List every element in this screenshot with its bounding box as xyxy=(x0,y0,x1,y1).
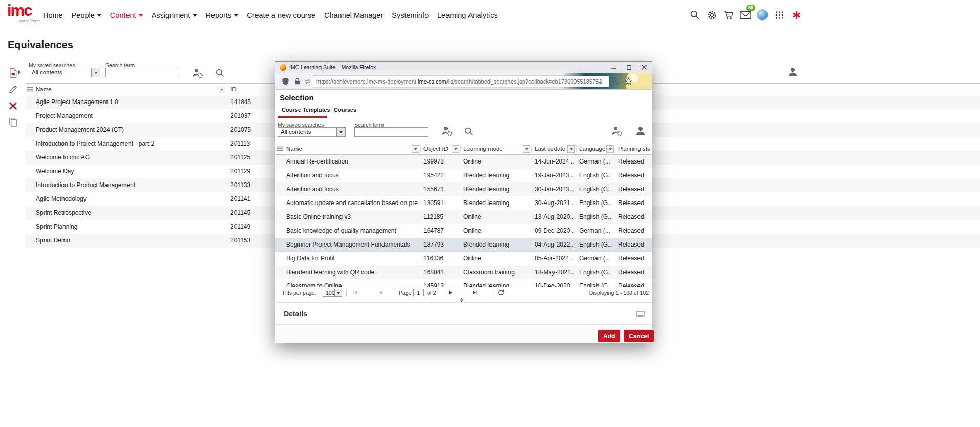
column-header-object-id[interactable]: Object ID xyxy=(423,146,448,152)
hits-per-page-select[interactable]: 100 xyxy=(323,289,342,297)
expand-rail-icon[interactable] xyxy=(18,70,23,74)
run-search-icon[interactable] xyxy=(464,127,474,136)
first-page-icon[interactable] xyxy=(352,290,358,295)
nav-item-assignment[interactable]: Assignment xyxy=(152,11,197,19)
column-header-planning-status[interactable]: Planning status xyxy=(618,146,650,152)
settings-gear-icon[interactable] xyxy=(706,9,717,21)
bookmark-star-icon[interactable] xyxy=(625,77,632,85)
nav-item-learning-analytics[interactable]: Learning Analytics xyxy=(437,11,498,19)
table-row-partial[interactable]: Classroom to Online145913Blended learnin… xyxy=(275,279,652,287)
table-row[interactable]: Blendend learning with QR code168841Clas… xyxy=(275,266,652,279)
cart-icon[interactable] xyxy=(723,9,734,21)
permissions-icon[interactable] xyxy=(304,78,311,85)
column-header-learning-mode[interactable]: Learning mode xyxy=(463,146,503,152)
user-icon[interactable] xyxy=(635,125,646,136)
panel-splitter-icon[interactable] xyxy=(459,298,464,302)
nav-item-create-course[interactable]: Create a new course xyxy=(247,11,315,19)
firefox-icon xyxy=(280,64,286,71)
column-header-language[interactable]: Language xyxy=(579,146,605,152)
tab-course-templates[interactable]: Course Templates xyxy=(282,107,330,113)
hits-per-page-label: Hits per page: xyxy=(283,287,316,298)
column-header-id[interactable]: ID xyxy=(230,86,237,92)
shield-icon[interactable] xyxy=(282,77,289,86)
chevron-down-icon[interactable] xyxy=(91,68,100,77)
details-heading: Details xyxy=(284,310,307,318)
search-profile-icon[interactable] xyxy=(191,67,203,79)
saved-searches-select[interactable]: All contents xyxy=(278,127,346,137)
nav-item-systeminfo[interactable]: Systeminfo xyxy=(392,11,429,19)
imc-logo[interactable]: imc part of Scheer xyxy=(7,3,40,23)
table-row[interactable]: Big Data for Profit116336Online05-Apr-20… xyxy=(275,252,652,266)
row-handle-icon[interactable] xyxy=(277,146,283,151)
user-icon[interactable] xyxy=(787,66,798,77)
close-icon[interactable] xyxy=(636,62,652,73)
prev-page-icon[interactable] xyxy=(378,290,384,295)
maximize-icon[interactable] xyxy=(621,62,636,73)
table-row[interactable]: Attention and focus155671Blended learnin… xyxy=(275,182,652,196)
search-profile-icon[interactable] xyxy=(441,125,453,137)
pagination-bar: Hits per page: 100 Page of 2 Displaying … xyxy=(275,287,652,298)
add-button[interactable]: Add xyxy=(598,330,620,342)
column-filter-icon[interactable] xyxy=(606,145,614,153)
svg-text:A: A xyxy=(616,80,620,85)
window-title: IMC Learning Suite – Mozilla Firefox xyxy=(289,64,376,70)
refresh-icon[interactable] xyxy=(498,289,504,296)
run-search-icon[interactable] xyxy=(215,68,225,78)
window-titlebar[interactable]: IMC Learning Suite – Mozilla Firefox xyxy=(275,62,652,73)
collapse-panel-icon[interactable] xyxy=(636,311,645,317)
column-header-name[interactable]: Name xyxy=(286,146,302,152)
chevron-down-icon xyxy=(139,14,143,19)
chevron-down-icon[interactable] xyxy=(336,128,345,136)
column-header-last-update[interactable]: Last update xyxy=(535,146,565,152)
table-row[interactable]: Attention and focus195422Blended learnin… xyxy=(275,169,652,182)
row-handle-icon[interactable] xyxy=(27,87,33,92)
table-row[interactable]: Annual Re-certification199973Online14-Ju… xyxy=(275,155,652,169)
table-row[interactable]: Automatic update and cancellation based … xyxy=(275,196,652,210)
user-avatar[interactable] xyxy=(757,9,768,21)
search-icon[interactable] xyxy=(689,9,700,21)
table-body: Annual Re-certification199973Online14-Ju… xyxy=(275,155,652,287)
create-content-icon[interactable] xyxy=(7,67,18,78)
tab-courses[interactable]: Courses xyxy=(334,107,356,113)
table-row[interactable]: Basic Online training v3112185Online13-A… xyxy=(275,210,652,224)
cancel-button[interactable]: Cancel xyxy=(624,330,654,342)
search-term-input[interactable] xyxy=(354,127,428,137)
minimize-icon[interactable] xyxy=(606,62,621,73)
mail-icon[interactable]: 68 xyxy=(740,9,751,21)
copy-icon[interactable] xyxy=(7,116,18,128)
page-of-label: of 2 xyxy=(427,287,436,298)
scheer-mark-icon[interactable] xyxy=(791,9,802,21)
saved-searches-select[interactable]: All contents xyxy=(29,68,100,77)
column-filter-icon[interactable] xyxy=(412,145,419,153)
table-row[interactable]: Basic knowledge of quality management164… xyxy=(275,224,652,238)
nav-item-home[interactable]: Home xyxy=(43,11,63,19)
edit-pencil-icon[interactable] xyxy=(7,84,18,95)
nav-item-reports[interactable]: Reports xyxy=(205,11,238,19)
column-header-name[interactable]: Name xyxy=(36,86,52,92)
search-term-input[interactable] xyxy=(105,68,179,77)
chevron-down-icon[interactable] xyxy=(334,289,342,296)
logo-text: imc xyxy=(7,3,40,18)
apps-grid-icon[interactable] xyxy=(774,9,785,21)
nav-item-channel-manager[interactable]: Channel Manager xyxy=(324,11,383,19)
profile-settings-icon[interactable] xyxy=(611,125,623,137)
mail-badge: 68 xyxy=(746,5,755,11)
nav-item-content[interactable]: Content xyxy=(110,11,143,19)
column-filter-icon[interactable] xyxy=(218,86,225,93)
nav-item-people[interactable]: People xyxy=(72,11,101,19)
last-page-icon[interactable] xyxy=(472,290,478,295)
active-tab-underline xyxy=(278,116,327,118)
page-number-input[interactable] xyxy=(413,289,424,296)
chevron-down-icon xyxy=(193,14,197,19)
column-filter-icon[interactable] xyxy=(567,145,575,153)
lock-icon[interactable] xyxy=(294,78,301,85)
table-row-selected[interactable]: Beginner Project Management Fundamentals… xyxy=(275,238,652,252)
translate-icon[interactable]: A xyxy=(612,78,620,85)
url-field[interactable]: https://achievemore.imc-ms-deployment.im… xyxy=(312,76,609,87)
url-text: https://achievemore.imc-ms-deployment.im… xyxy=(316,78,603,85)
column-filter-icon[interactable] xyxy=(452,145,459,153)
chevron-down-icon xyxy=(234,14,238,19)
next-page-icon[interactable] xyxy=(448,290,453,295)
delete-x-icon[interactable] xyxy=(7,100,18,111)
column-filter-icon[interactable] xyxy=(523,145,530,153)
